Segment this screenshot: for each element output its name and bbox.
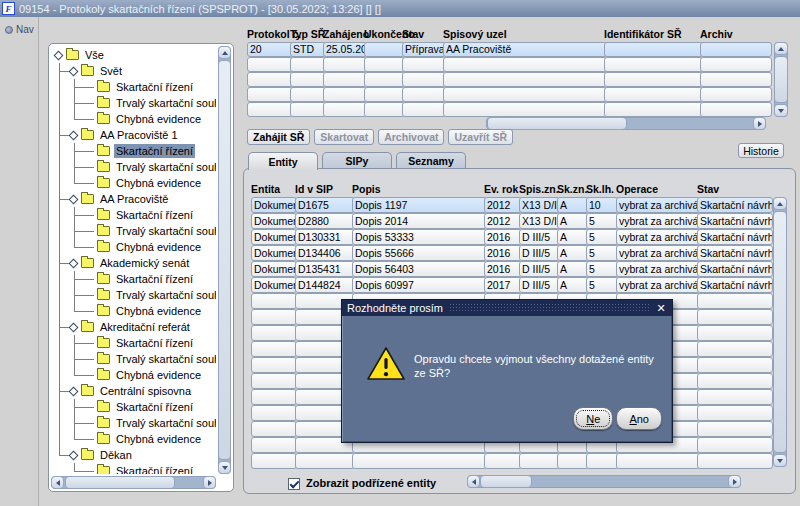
entity-cell[interactable]: 5 <box>586 261 619 277</box>
entity-cell[interactable] <box>251 325 297 341</box>
protocol-cell[interactable] <box>402 102 446 117</box>
entity-cell[interactable] <box>697 309 773 325</box>
tree-expand-icon[interactable] <box>69 386 79 396</box>
dialog-titlebar[interactable]: Rozhodněte prosím ✕ <box>342 300 672 316</box>
tree-item[interactable]: Akreditační referát <box>70 319 216 335</box>
protocol-cell[interactable] <box>364 57 405 72</box>
entity-cell[interactable]: A <box>557 245 589 261</box>
entity-cell[interactable] <box>697 453 773 469</box>
tree-item[interactable]: Svět <box>70 63 216 79</box>
protocol-cell[interactable]: STD <box>290 42 326 57</box>
entity-cell[interactable] <box>697 405 773 421</box>
tree-hscroll-thumb[interactable] <box>65 476 175 489</box>
tree-expand-icon[interactable] <box>69 450 79 460</box>
entity-cell[interactable] <box>519 453 560 469</box>
tree-item[interactable]: Děkan <box>70 447 216 463</box>
entity-cell[interactable]: X13 D/IV/5 <box>519 213 560 229</box>
protocol-cell[interactable] <box>290 87 326 102</box>
entity-cell[interactable]: 2016 <box>484 245 522 261</box>
entity-cell[interactable]: D130331 <box>295 229 355 245</box>
entity-cell[interactable]: vybrat za archiválii <box>616 245 700 261</box>
entity-cell[interactable]: Dopis 55666 <box>352 245 487 261</box>
entity-cell[interactable]: 5 <box>586 229 619 245</box>
tab-entity[interactable]: Entity <box>248 152 318 170</box>
tree-item[interactable]: Akademický senát <box>70 255 216 271</box>
entity-cell[interactable]: vybrat za archiválii <box>616 277 700 293</box>
protocol-cell[interactable] <box>700 57 772 72</box>
entity-cell[interactable]: 5 <box>586 245 619 261</box>
dialog-button-ano[interactable]: Ano <box>616 407 662 430</box>
entity-cell[interactable]: Skartační návrh <box>697 229 773 245</box>
entity-hscroll-thumb[interactable] <box>480 475 532 488</box>
entity-cell[interactable]: A <box>557 277 589 293</box>
entity-cell[interactable]: Dokument <box>251 197 297 213</box>
entity-cell[interactable] <box>251 389 297 405</box>
protocol-cell[interactable] <box>290 102 326 117</box>
entity-cell[interactable] <box>697 325 773 341</box>
entity-cell[interactable] <box>251 437 297 453</box>
entity-cell[interactable] <box>295 453 355 469</box>
protocol-cell[interactable] <box>604 102 703 117</box>
entity-scroll-down-button[interactable] <box>773 454 787 467</box>
entity-cell[interactable] <box>251 293 297 309</box>
entity-cell[interactable]: D134406 <box>295 245 355 261</box>
nav-button[interactable]: Nav <box>5 24 34 35</box>
protocol-cell[interactable] <box>604 72 703 87</box>
entity-cell[interactable] <box>557 453 589 469</box>
tree-item[interactable]: Chybná evidence <box>97 303 216 319</box>
entity-cell[interactable]: 2017 <box>484 277 522 293</box>
protocol-cell[interactable] <box>604 57 703 72</box>
entity-cell[interactable]: Dopis 56403 <box>352 261 487 277</box>
entity-cell[interactable]: D135431 <box>295 261 355 277</box>
entity-cell[interactable] <box>697 357 773 373</box>
protocol-cell[interactable] <box>290 72 326 87</box>
entity-cell[interactable]: 2012 <box>484 213 522 229</box>
tree-item[interactable]: Trvalý skartační souhlas <box>97 415 216 431</box>
entity-cell[interactable]: 2016 <box>484 229 522 245</box>
entity-cell[interactable]: D2880 <box>295 213 355 229</box>
protocol-cell[interactable] <box>247 72 293 87</box>
entity-cell[interactable] <box>484 453 522 469</box>
entity-scroll-up-button[interactable] <box>773 197 787 210</box>
entity-cell[interactable] <box>251 357 297 373</box>
protocol-cell[interactable] <box>364 102 405 117</box>
entity-cell[interactable]: A <box>557 213 589 229</box>
entity-cell[interactable] <box>697 437 773 453</box>
entity-cell[interactable]: Skartační návrh <box>697 261 773 277</box>
close-icon[interactable]: ✕ <box>655 302 667 314</box>
protocol-scroll-up-button[interactable] <box>774 42 788 55</box>
tree-expand-icon[interactable] <box>69 194 79 204</box>
tree-scroll-right-button[interactable] <box>203 476 216 489</box>
protocol-cell[interactable]: 25.05.2023 <box>323 42 367 57</box>
entity-cell[interactable]: D III/5 <box>519 261 560 277</box>
tree-expand-icon[interactable] <box>69 66 79 76</box>
tab-sipy[interactable]: SIPy <box>322 152 392 169</box>
tree-expand-icon[interactable] <box>69 258 79 268</box>
protocol-scroll-right-button[interactable] <box>753 117 766 130</box>
entity-cell[interactable]: Dopis 53333 <box>352 229 487 245</box>
entity-cell[interactable]: 2016 <box>484 261 522 277</box>
tree-item[interactable]: Skartační řízení <box>97 399 216 415</box>
entity-cell[interactable] <box>697 341 773 357</box>
tree-item[interactable]: Trvalý skartační souhlas <box>97 95 216 111</box>
entity-cell[interactable]: D III/5 <box>519 245 560 261</box>
tree-expand-icon[interactable] <box>69 322 79 332</box>
protocol-cell[interactable] <box>247 87 293 102</box>
protocol-cell[interactable] <box>247 57 293 72</box>
protocol-cell[interactable] <box>364 87 405 102</box>
entity-cell[interactable]: Skartační návrh <box>697 245 773 261</box>
protocol-cell[interactable] <box>700 72 772 87</box>
entity-cell[interactable] <box>352 453 487 469</box>
entity-cell[interactable] <box>251 421 297 437</box>
protocol-cell[interactable] <box>247 102 293 117</box>
protocol-cell[interactable] <box>402 87 446 102</box>
tree-expand-icon[interactable] <box>69 130 79 140</box>
entity-cell[interactable]: Dokument <box>251 213 297 229</box>
entity-cell[interactable]: D144824 <box>295 277 355 293</box>
entity-scroll-right-button[interactable] <box>728 475 741 488</box>
entity-cell[interactable] <box>586 453 619 469</box>
entity-cell[interactable] <box>251 341 297 357</box>
entity-cell[interactable]: A <box>557 229 589 245</box>
entity-cell[interactable]: vybrat za archiválii <box>616 213 700 229</box>
entity-cell[interactable]: D III/5 <box>519 277 560 293</box>
